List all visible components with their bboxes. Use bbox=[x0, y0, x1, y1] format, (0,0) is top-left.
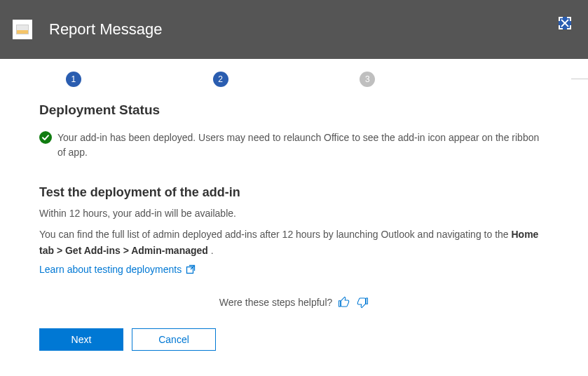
dialog-content: Deployment Status Your add-in has been d… bbox=[0, 102, 588, 309]
svg-line-4 bbox=[191, 266, 194, 269]
status-text: Your add-in has been deployed. Users may… bbox=[57, 130, 549, 160]
step-indicator: 1 2 3 bbox=[0, 59, 588, 102]
test-deployment-heading: Test the deployment of the add-in bbox=[39, 185, 549, 200]
step-2: 2 bbox=[213, 72, 228, 87]
divider-mark bbox=[571, 79, 588, 79]
learn-testing-link[interactable]: Learn about testing deployments bbox=[39, 264, 196, 275]
thumbs-down-icon bbox=[356, 296, 369, 309]
thumbs-up-button[interactable] bbox=[338, 296, 350, 309]
cancel-button[interactable]: Cancel bbox=[132, 328, 216, 351]
nav-text-pre: You can find the full list of admin depl… bbox=[39, 229, 511, 240]
close-icon bbox=[561, 19, 569, 27]
nav-text-post: . bbox=[208, 245, 214, 256]
dialog-title: Report Message bbox=[49, 20, 162, 39]
learn-testing-link-text: Learn about testing deployments bbox=[39, 264, 182, 275]
deployment-status-heading: Deployment Status bbox=[39, 102, 549, 118]
status-message: Your add-in has been deployed. Users may… bbox=[39, 130, 549, 160]
next-button[interactable]: Next bbox=[39, 328, 123, 351]
feedback-text: Were these steps helpful? bbox=[219, 297, 333, 308]
feedback-prompt: Were these steps helpful? bbox=[39, 296, 549, 309]
svg-point-2 bbox=[39, 131, 52, 144]
external-link-icon bbox=[186, 264, 196, 274]
close-button[interactable] bbox=[559, 17, 571, 29]
step-1: 1 bbox=[66, 72, 81, 87]
test-navigation-text: You can find the full list of admin depl… bbox=[39, 227, 549, 258]
dialog-header: Report Message bbox=[0, 0, 588, 59]
dialog-footer: Next Cancel bbox=[39, 328, 216, 351]
app-icon bbox=[13, 20, 32, 39]
thumbs-up-icon bbox=[338, 296, 350, 309]
success-check-icon bbox=[39, 131, 52, 148]
test-availability-text: Within 12 hours, your add-in will be ava… bbox=[39, 206, 549, 221]
thumbs-down-button[interactable] bbox=[356, 296, 369, 309]
step-3: 3 bbox=[360, 72, 375, 87]
